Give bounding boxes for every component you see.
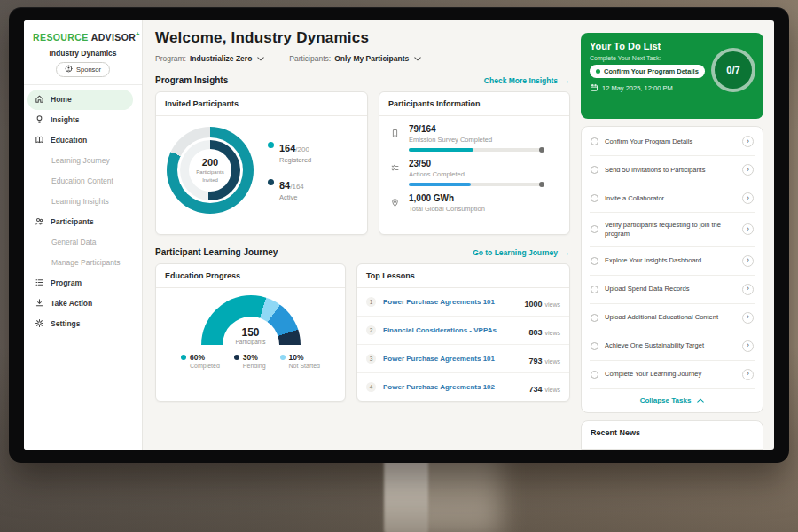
- task-checkbox[interactable]: [591, 225, 598, 233]
- task-label: Invite a Collaborator: [605, 194, 736, 203]
- chevron-right-icon[interactable]: ›: [742, 192, 754, 204]
- donut-center: 200 Participants Invited: [189, 149, 231, 192]
- learning-journey-header: Participant Learning Journey Go to Learn…: [155, 247, 570, 257]
- lesson-rank: 3: [366, 354, 376, 364]
- task-checkbox[interactable]: [591, 166, 598, 174]
- task-checkbox[interactable]: [591, 371, 598, 379]
- lesson-views: 793: [528, 356, 542, 365]
- chevron-right-icon[interactable]: ›: [742, 284, 754, 295]
- legend-dot: [268, 179, 274, 185]
- task-checkbox[interactable]: [591, 314, 598, 322]
- task-checkbox[interactable]: [591, 286, 598, 293]
- chevron-right-icon[interactable]: ›: [742, 340, 754, 352]
- sidebar-item-program[interactable]: Program: [24, 273, 142, 293]
- sidebar-item-learning-insights[interactable]: Learning Insights: [24, 192, 142, 212]
- task-label: Upload Spend Data Records: [605, 285, 736, 293]
- sidebar-item-take-action[interactable]: Take Action: [24, 293, 142, 314]
- task-row[interactable]: Upload Spend Data Records ›: [590, 276, 755, 304]
- collapse-tasks-button[interactable]: Collapse Tasks: [590, 389, 755, 411]
- legend-value: 164: [279, 143, 295, 153]
- logo-primary: RESOURCE: [33, 32, 89, 43]
- lesson-row[interactable]: 1 Power Purchase Agreements 101 1000view…: [357, 288, 569, 317]
- program-filter[interactable]: Program: Industrialize Zero: [155, 54, 264, 63]
- legend-label: Active: [279, 193, 304, 201]
- sidebar: RESOURCE ADVISOR+ Industry Dynamics Spon…: [24, 20, 143, 450]
- lesson-title-link[interactable]: Power Purchase Agreements 101: [383, 298, 517, 306]
- dashboard-screen: RESOURCE ADVISOR+ Industry Dynamics Spon…: [24, 20, 774, 450]
- task-checkbox[interactable]: [591, 137, 598, 145]
- progress-endpoint: [539, 182, 544, 187]
- lesson-row[interactable]: 4 Power Purchase Agreements 102 734views: [357, 373, 569, 402]
- task-row[interactable]: Invite a Collaborator ›: [590, 184, 755, 213]
- participants-filter[interactable]: Participants: Only My Participants: [289, 54, 421, 63]
- people-icon: [35, 216, 45, 227]
- task-checkbox[interactable]: [591, 342, 598, 350]
- task-row[interactable]: Verify participants requesting to join t…: [590, 213, 755, 247]
- go-to-learning-journey-link[interactable]: Go to Learning Journey →: [473, 247, 570, 257]
- lesson-row[interactable]: 2 Financial Considerations - VPPAs 803vi…: [357, 317, 569, 345]
- lesson-rank: 4: [366, 382, 376, 392]
- filter-label: Participants:: [289, 54, 331, 63]
- sidebar-item-general-data[interactable]: General Data: [24, 232, 142, 253]
- lesson-title-link[interactable]: Power Purchase Agreements 102: [383, 383, 521, 391]
- sidebar-item-education[interactable]: Education: [24, 130, 142, 151]
- chevron-right-icon[interactable]: ›: [742, 164, 754, 176]
- task-row[interactable]: Achieve One Sustainability Target ›: [590, 332, 755, 361]
- todo-task-list-card: Confirm Your Program Details › Send 50 I…: [581, 126, 763, 413]
- app-logo: RESOURCE ADVISOR+: [24, 29, 142, 46]
- lesson-title-link[interactable]: Power Purchase Agreements 101: [383, 355, 521, 363]
- donut-center-value: 200: [202, 157, 218, 168]
- task-row[interactable]: Explore Your Insights Dashboard ›: [590, 247, 755, 276]
- task-label: Verify participants requesting to join t…: [605, 221, 736, 239]
- task-row[interactable]: Send 50 Invitations to Participants ›: [590, 156, 755, 184]
- lesson-title-link[interactable]: Financial Considerations - VPPAs: [383, 326, 521, 334]
- legend-dot: [280, 355, 286, 360]
- task-row[interactable]: Upload Additional Educational Content ›: [590, 304, 755, 332]
- sidebar-item-settings[interactable]: Settings: [24, 314, 142, 334]
- sidebar-item-insights[interactable]: Insights: [24, 110, 142, 130]
- stat-value: 79/164: [409, 124, 544, 134]
- chevron-right-icon[interactable]: ›: [742, 312, 754, 324]
- sidebar-item-label: Settings: [51, 319, 81, 328]
- link-label: Go to Learning Journey: [473, 248, 558, 257]
- legend-value: 84: [279, 180, 290, 191]
- legend-active: 84/164 Active: [268, 176, 311, 201]
- stat-emission-survey: 79/164 Emission Survey Completed: [390, 124, 559, 152]
- gauge-center: 150 Participants: [201, 326, 301, 345]
- chevron-right-icon[interactable]: ›: [742, 255, 754, 267]
- progress-fill: [409, 148, 473, 152]
- chevron-right-icon[interactable]: ›: [742, 136, 754, 147]
- legend-total: /164: [290, 183, 304, 191]
- sidebar-divider: [24, 84, 142, 85]
- stat-label: Emission Survey Completed: [409, 136, 544, 144]
- sidebar-item-home[interactable]: Home: [27, 90, 133, 110]
- lesson-row[interactable]: 3 Power Purchase Agreements 101 793views: [357, 345, 569, 373]
- next-task-pill[interactable]: Confirm Your Program Details: [590, 65, 705, 78]
- chevron-down-icon: [414, 57, 421, 61]
- sidebar-item-manage-participants[interactable]: Manage Participants: [24, 253, 142, 273]
- sidebar-item-education-content[interactable]: Education Content: [24, 171, 142, 192]
- legend-dot: [268, 142, 274, 148]
- insights-cards-row: Invited Participants 200 Participants In…: [155, 91, 570, 235]
- learning-cards-row: Education Progress 150 Participants: [155, 263, 570, 402]
- task-row[interactable]: Confirm Your Program Details ›: [590, 128, 755, 156]
- task-label: Confirm Your Program Details: [605, 137, 736, 146]
- check-more-insights-link[interactable]: Check More Insights →: [484, 75, 570, 85]
- gear-icon: [35, 318, 45, 329]
- task-label: Send 50 Invitations to Participants: [605, 166, 736, 175]
- lesson-views-unit: views: [544, 387, 560, 393]
- legend-not-started: 10% Not Started: [280, 353, 320, 369]
- task-checkbox[interactable]: [591, 194, 598, 202]
- chevron-right-icon[interactable]: ›: [742, 369, 754, 380]
- legend-pct: 30%: [243, 353, 258, 362]
- filter-label: Program:: [155, 54, 186, 63]
- education-legend: 60% Completed 30% Pending 10% Not Starte…: [181, 353, 320, 369]
- sidebar-item-participants[interactable]: Participants: [24, 212, 142, 232]
- sidebar-item-learning-journey[interactable]: Learning Journey: [24, 151, 142, 171]
- sponsor-badge[interactable]: Sponsor: [56, 62, 110, 77]
- list-icon: [35, 278, 45, 288]
- task-checkbox[interactable]: [591, 257, 598, 265]
- todo-progress-ring: 0/7: [711, 48, 755, 92]
- task-row[interactable]: Complete Your Learning Journey ›: [590, 361, 755, 389]
- chevron-right-icon[interactable]: ›: [742, 223, 754, 235]
